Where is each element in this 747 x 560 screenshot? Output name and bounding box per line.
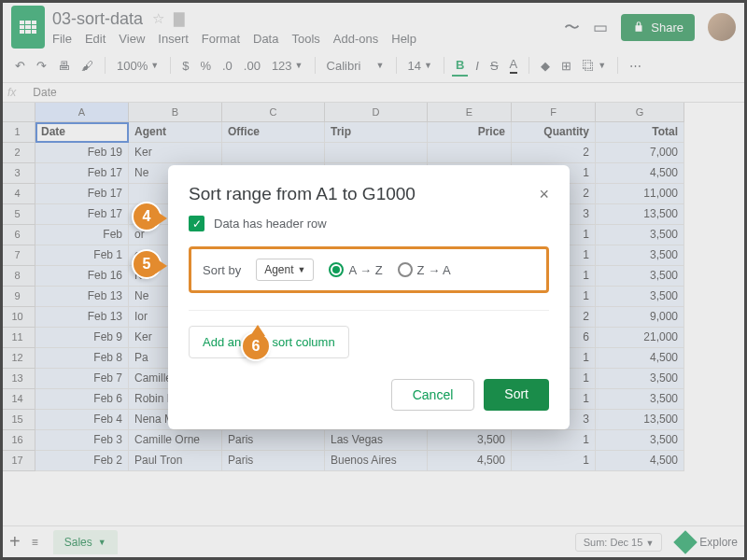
row-header[interactable]: 14 — [0, 389, 35, 410]
redo-button[interactable]: ↷ — [33, 56, 50, 76]
comment-icon[interactable]: ▭ — [593, 18, 608, 37]
row-header[interactable]: 8 — [0, 266, 35, 287]
currency-button[interactable]: $ — [178, 56, 192, 76]
header-cell[interactable]: Date — [35, 122, 129, 143]
cell[interactable]: 3,500 — [596, 369, 684, 389]
sheets-logo-icon[interactable] — [11, 6, 45, 49]
row-header[interactable]: 12 — [0, 348, 35, 369]
cell[interactable]: 3,500 — [596, 225, 684, 245]
folder-icon[interactable]: ▇ — [174, 10, 185, 27]
row-header[interactable]: 3 — [0, 163, 35, 184]
header-cell[interactable]: Price — [428, 122, 512, 143]
quick-sum-display[interactable]: Sum: Dec 15 ▼ — [575, 533, 663, 552]
menu-file[interactable]: File — [52, 32, 72, 46]
row-header[interactable]: 10 — [0, 307, 35, 328]
row-header[interactable]: 17 — [0, 451, 35, 471]
row-header[interactable]: 6 — [0, 225, 35, 245]
row-header[interactable]: 11 — [0, 328, 35, 348]
row-header[interactable]: 4 — [0, 184, 35, 204]
column-header[interactable]: B — [129, 103, 222, 122]
menu-addons[interactable]: Add-ons — [333, 32, 378, 46]
cell[interactable]: 9,000 — [596, 307, 684, 328]
cell[interactable]: Feb 19 — [35, 143, 129, 163]
cell[interactable]: Feb 9 — [35, 328, 129, 348]
sort-button[interactable]: Sort — [484, 379, 549, 411]
row-header[interactable]: 7 — [0, 245, 35, 266]
menu-data[interactable]: Data — [253, 32, 278, 46]
font-size-select[interactable]: 14 ▼ — [404, 56, 436, 76]
menu-tools[interactable]: Tools — [291, 32, 319, 46]
cell[interactable]: 11,000 — [596, 184, 684, 204]
cell[interactable]: Feb 1 — [35, 245, 129, 266]
cell[interactable]: 2 — [512, 143, 596, 163]
cell[interactable]: Las Vegas — [325, 430, 428, 451]
cell[interactable]: Feb 6 — [35, 389, 129, 410]
cell[interactable] — [325, 143, 428, 163]
star-icon[interactable]: ☆ — [152, 10, 164, 27]
row-header[interactable]: 2 — [0, 143, 35, 163]
more-toolbar-button[interactable]: ⋯ — [626, 56, 645, 76]
increase-decimal-button[interactable]: .00 — [240, 56, 264, 76]
italic-button[interactable]: I — [472, 56, 483, 76]
cell[interactable]: Feb 17 — [35, 184, 129, 204]
merge-button[interactable]: ⿻ ▼ — [579, 56, 610, 76]
explore-button[interactable]: Explore — [677, 534, 738, 551]
cell[interactable]: 1 — [512, 430, 596, 451]
cell[interactable]: Paris — [222, 430, 325, 451]
strike-button[interactable]: S — [486, 56, 502, 76]
cell[interactable]: 4,500 — [428, 451, 512, 471]
cell[interactable]: Buenos Aires — [325, 451, 428, 471]
percent-button[interactable]: % — [196, 56, 215, 76]
menu-help[interactable]: Help — [391, 32, 416, 46]
number-format-button[interactable]: 123 ▼ — [268, 56, 307, 76]
header-cell[interactable]: Total — [596, 122, 684, 143]
cell[interactable]: Feb 13 — [35, 287, 129, 307]
borders-button[interactable]: ⊞ — [557, 56, 575, 76]
decrease-decimal-button[interactable]: .0 — [218, 56, 236, 76]
user-avatar[interactable] — [708, 13, 736, 41]
menu-edit[interactable]: Edit — [85, 32, 106, 46]
menu-view[interactable]: View — [119, 32, 145, 46]
row-header[interactable]: 9 — [0, 287, 35, 307]
paint-format-button[interactable]: 🖌 — [78, 56, 97, 76]
add-sheet-button[interactable]: + — [9, 531, 21, 553]
row-header[interactable]: 1 — [0, 122, 35, 143]
cell[interactable]: Feb 17 — [35, 204, 129, 225]
column-header[interactable]: F — [512, 103, 596, 122]
cancel-button[interactable]: Cancel — [391, 379, 475, 411]
column-header[interactable]: C — [222, 103, 325, 122]
cell[interactable]: 21,000 — [596, 328, 684, 348]
row-header[interactable]: 16 — [0, 430, 35, 451]
header-cell[interactable]: Quantity — [512, 122, 596, 143]
cell[interactable]: Camille Orne — [129, 430, 222, 451]
cell[interactable]: 1 — [512, 451, 596, 471]
menu-format[interactable]: Format — [202, 32, 240, 46]
cell[interactable]: 13,500 — [596, 204, 684, 225]
menu-insert[interactable]: Insert — [158, 32, 189, 46]
header-cell[interactable]: Agent — [129, 122, 222, 143]
column-header[interactable]: A — [35, 103, 129, 122]
cell[interactable] — [222, 143, 325, 163]
header-cell[interactable]: Trip — [325, 122, 428, 143]
cell[interactable]: Feb 3 — [35, 430, 129, 451]
header-row-checkbox[interactable]: ✓ — [189, 216, 204, 231]
cell[interactable]: 3,500 — [596, 245, 684, 266]
cell[interactable]: 3,500 — [596, 287, 684, 307]
all-sheets-button[interactable]: ≡ — [32, 536, 38, 549]
cell[interactable]: 13,500 — [596, 410, 684, 430]
cell[interactable]: 4,500 — [596, 348, 684, 369]
zoom-select[interactable]: 100% ▼ — [113, 56, 162, 76]
cell[interactable]: 3,500 — [596, 389, 684, 410]
cell[interactable]: Feb 8 — [35, 348, 129, 369]
row-header[interactable]: 15 — [0, 410, 35, 430]
cell[interactable]: Paul Tron — [129, 451, 222, 471]
sort-column-select[interactable]: Agent▼ — [256, 259, 314, 281]
trend-icon[interactable]: 〜 — [564, 17, 580, 38]
cell[interactable]: 4,500 — [596, 451, 684, 471]
cell[interactable]: 3,500 — [428, 430, 512, 451]
cell[interactable]: Feb 17 — [35, 163, 129, 184]
formula-bar[interactable]: fx Date — [0, 83, 747, 103]
undo-button[interactable]: ↶ — [11, 56, 29, 76]
font-select[interactable]: Calibri ▼ — [323, 56, 388, 76]
select-all-corner[interactable] — [0, 103, 35, 122]
